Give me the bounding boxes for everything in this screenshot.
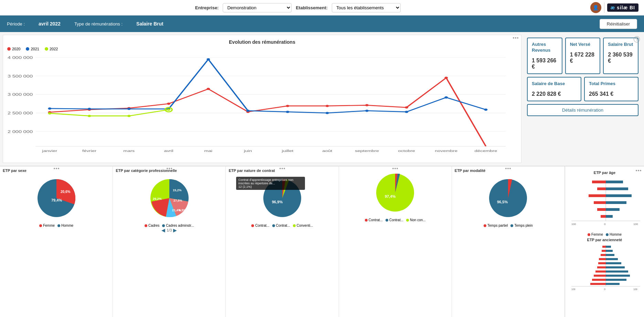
dot2 bbox=[515, 37, 516, 39]
next-page-button[interactable]: ▶ bbox=[173, 227, 177, 233]
svg-text:0: 0 bbox=[604, 288, 605, 290]
cadres-label: Cadres bbox=[148, 224, 159, 227]
svg-rect-110 bbox=[595, 270, 606, 273]
svg-rect-83 bbox=[606, 181, 623, 183]
periode-label: Période : bbox=[7, 21, 25, 27]
svg-rect-106 bbox=[601, 254, 606, 256]
svg-rect-77 bbox=[592, 181, 606, 183]
etp-age-legend: Femme Homme bbox=[568, 233, 641, 236]
svg-text:20,6%: 20,6% bbox=[61, 190, 70, 194]
femme-label: Femme bbox=[43, 224, 55, 227]
chart-menu[interactable] bbox=[513, 37, 518, 39]
svg-rect-117 bbox=[606, 258, 618, 260]
svg-rect-114 bbox=[606, 246, 611, 248]
svg-text:janvier: janvier bbox=[42, 149, 57, 153]
stats-panel: ? Autres Revenus 1 593 266 € Net Versé 1… bbox=[524, 35, 641, 163]
svg-rect-121 bbox=[606, 275, 630, 277]
entreprise-select[interactable]: Demonstration bbox=[223, 3, 292, 12]
etp-modalite-title: ETP par modalité bbox=[455, 168, 486, 173]
svg-rect-120 bbox=[606, 270, 628, 273]
etp-modalite-contrat-menu[interactable] bbox=[392, 168, 398, 169]
svg-text:novembre: novembre bbox=[435, 149, 457, 153]
tooltip-value: 12 (2,1%) bbox=[238, 185, 252, 188]
legend-label-2022: 2022 bbox=[50, 47, 58, 51]
svg-rect-82 bbox=[601, 215, 606, 218]
net-verse-label: Net Versé bbox=[570, 42, 596, 48]
etp-contrat-panel: ETP par nature de contrat Contrat d'appr… bbox=[226, 166, 339, 317]
logo-ae: æ bbox=[611, 5, 617, 10]
period-bar: Période : avril 2022 Type de rémunératio… bbox=[0, 16, 644, 32]
reinit-button[interactable]: Réinitialiser bbox=[600, 19, 637, 29]
homme-label: Homme bbox=[61, 224, 73, 227]
svg-point-46 bbox=[48, 112, 51, 114]
legend-dot-2022 bbox=[45, 47, 48, 51]
svg-text:79,4%: 79,4% bbox=[51, 198, 62, 202]
svg-point-26 bbox=[167, 103, 170, 105]
top-section: Evolution des rémunérations 2020 2021 20… bbox=[0, 32, 644, 166]
svg-rect-84 bbox=[606, 187, 628, 190]
etp-age-menu[interactable] bbox=[636, 170, 641, 171]
svg-rect-87 bbox=[606, 208, 620, 211]
mc-3-legend: Non con... bbox=[406, 218, 426, 222]
svg-point-38 bbox=[207, 58, 210, 60]
svg-point-33 bbox=[444, 77, 448, 79]
etp-contrat-menu[interactable] bbox=[279, 168, 285, 169]
chart-title: Evolution des rémunérations bbox=[7, 39, 517, 45]
type-label: Type de rémunérations : bbox=[74, 21, 123, 27]
mc-1-legend: Contrat... bbox=[365, 218, 383, 222]
svg-point-42 bbox=[365, 110, 369, 112]
details-remuneration-button[interactable]: Détails rémunération bbox=[527, 104, 638, 116]
etp-modalite-chart: 96,5% bbox=[484, 174, 532, 222]
contrat-tooltip: Contrat d'apprentissage entreprises non … bbox=[236, 177, 305, 190]
help-icon[interactable]: ? bbox=[634, 36, 640, 42]
svg-rect-111 bbox=[594, 275, 606, 277]
user-icon[interactable]: 👤 bbox=[590, 2, 601, 13]
etp-categorie-legend: Cadres Cadres adminstr... bbox=[145, 224, 194, 227]
contrat-1-legend: Contrat... bbox=[251, 224, 269, 227]
contrat-1-label: Contrat... bbox=[255, 224, 269, 227]
etp-modalite-menu[interactable] bbox=[505, 168, 511, 169]
svg-text:100: 100 bbox=[571, 288, 576, 290]
svg-text:3 500 000: 3 500 000 bbox=[8, 74, 33, 78]
homme-age-label: Homme bbox=[610, 233, 622, 236]
femme-dot bbox=[39, 224, 42, 227]
svg-text:100: 100 bbox=[633, 223, 638, 226]
prev-page-button[interactable]: ◀ bbox=[161, 227, 165, 233]
svg-rect-112 bbox=[592, 279, 606, 281]
etp-categorie-chart: 29,2% 15,2% 6,5% 21,4% 27,5% bbox=[145, 174, 193, 222]
etablissement-select[interactable]: Tous les établissements bbox=[332, 3, 401, 12]
etp-age-chart: 70 60 50 40 30 20 100 0 100 bbox=[568, 176, 644, 231]
etp-sexe-menu[interactable] bbox=[54, 168, 59, 169]
svg-point-36 bbox=[127, 108, 131, 110]
etp-sexe-panel: ETP par sexe 79,4% 20,6% Femme Homme bbox=[0, 166, 113, 317]
svg-rect-119 bbox=[606, 266, 625, 268]
svg-point-43 bbox=[405, 111, 408, 113]
etp-modalite-panel: ETP par modalité 96,5% Temps partiel Tem… bbox=[452, 166, 565, 317]
contrat-2-legend: Contrat... bbox=[272, 224, 290, 227]
salaire-base-value: 2 220 828 € bbox=[532, 91, 577, 97]
stats-row-1: Autres Revenus 1 593 266 € Net Versé 1 6… bbox=[527, 38, 638, 74]
top-bar: Entreprise: Demonstration Etablissement:… bbox=[0, 0, 644, 16]
main-content: Evolution des rémunérations 2020 2021 20… bbox=[0, 32, 644, 317]
etp-categorie-menu[interactable] bbox=[167, 168, 172, 169]
svg-point-29 bbox=[286, 105, 289, 107]
svg-point-35 bbox=[88, 108, 91, 110]
svg-text:décembre: décembre bbox=[475, 149, 497, 153]
svg-rect-123 bbox=[606, 283, 620, 285]
conventi-legend: Conventi... bbox=[293, 224, 313, 227]
tooltip-text: Contrat d'apprentissage entreprises non … bbox=[238, 178, 293, 185]
etp-contrat-title: ETP par nature de contrat bbox=[229, 168, 275, 173]
etp-sexe-legend: Femme Homme bbox=[39, 224, 73, 227]
dot1 bbox=[513, 37, 514, 39]
svg-rect-118 bbox=[606, 262, 621, 264]
salaire-brut-card: Salaire Brut 2 360 539 € bbox=[603, 38, 638, 74]
svg-text:avril: avril bbox=[164, 149, 173, 153]
svg-text:29,2%: 29,2% bbox=[153, 197, 162, 201]
etp-age-panel: ETP par âge 70 60 50 40 30 20 100 0 100 bbox=[565, 166, 644, 317]
temps-partiel-legend: Temps partiel bbox=[484, 224, 508, 227]
etablissement-label: Etablissement: bbox=[296, 5, 327, 10]
salaire-base-card: Salaire de Base 2 220 828 € bbox=[527, 77, 581, 101]
svg-rect-85 bbox=[606, 194, 632, 197]
top-bar-filters: Entreprise: Demonstration Etablissement:… bbox=[6, 3, 590, 12]
svg-rect-116 bbox=[606, 254, 614, 256]
